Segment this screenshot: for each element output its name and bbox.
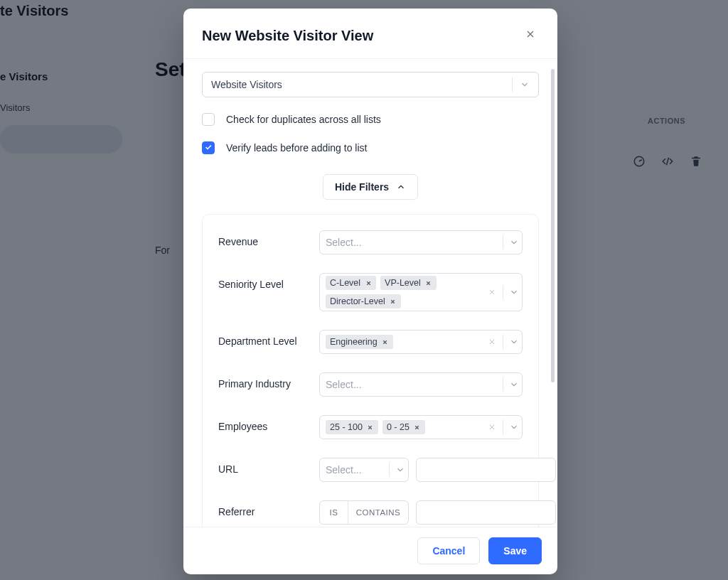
select-placeholder: Select... [326,461,383,478]
filter-label: Department Level [218,330,312,347]
tag: VP-Level [380,276,437,290]
primary-industry-select[interactable]: Select... [319,372,523,397]
chevron-down-icon [395,465,405,475]
tag-label: 25 - 100 [330,422,363,432]
cancel-button-label: Cancel [432,545,465,557]
segment-contains[interactable]: CONTAINS [348,501,408,524]
filter-label: Primary Industry [218,372,312,390]
divider [389,463,390,477]
tag: 0 - 25 [382,420,425,434]
referrer-value-input[interactable] [416,500,556,525]
tag-label: VP-Level [385,278,421,288]
filter-row-seniority: Seniority Level C-Level VP-Level Directo… [218,273,523,311]
filter-row-url: URL Select... [218,458,523,482]
filter-row-primary-industry: Primary Industry Select... [218,372,523,397]
tag: Director-Level [326,294,401,308]
filter-label: Referrer [218,500,312,517]
hide-filters-toggle[interactable]: Hide Filters [323,174,418,200]
tag-remove-icon[interactable] [365,279,372,286]
save-button[interactable]: Save [488,537,542,564]
revenue-select[interactable]: Select... [319,230,523,254]
modal-close-button[interactable] [522,27,539,44]
clear-all-icon[interactable] [487,287,497,297]
filter-label: Revenue [218,230,312,247]
divider [503,235,503,249]
close-icon [525,28,536,43]
divider [503,335,503,349]
checkbox-verify[interactable] [202,141,215,154]
tag-label: C-Level [330,278,360,288]
scrollbar-thumb[interactable] [551,69,555,382]
modal-scrollbar[interactable] [551,69,555,517]
new-view-modal: New Website Visitor View Website Visitor… [183,9,557,574]
modal-title: New Website Visitor View [202,28,373,44]
filter-row-revenue: Revenue Select... [218,230,523,254]
check-icon [204,142,213,154]
tag-label: Director-Level [330,296,385,306]
chevron-down-icon [509,237,519,247]
filter-row-department: Department Level Engineering [218,330,523,354]
tag-remove-icon[interactable] [367,424,374,431]
hide-filters-label: Hide Filters [335,181,389,193]
filter-label: Employees [218,415,312,432]
chevron-down-icon [509,337,519,347]
clear-all-icon[interactable] [487,422,497,432]
divider [512,77,513,92]
tag-label: 0 - 25 [387,422,410,432]
checkbox-verify-row: Verify leads before adding to list [202,141,539,154]
tag: C-Level [326,276,376,290]
tag: Engineering [326,335,393,349]
referrer-operator-segmented[interactable]: IS CONTAINS [319,500,409,525]
seniority-select[interactable]: C-Level VP-Level Director-Level [319,273,523,311]
list-select[interactable]: Website Visitors [202,72,539,97]
tag-list: C-Level VP-Level Director-Level [326,276,487,308]
divider [503,420,503,434]
checkbox-duplicates[interactable] [202,113,215,126]
checkbox-duplicates-label: Check for duplicates across all lists [226,114,381,125]
chevron-down-icon [509,287,519,297]
chevron-up-icon [396,182,406,192]
filter-label: Seniority Level [218,273,312,290]
modal-body: Website Visitors Check for duplicates ac… [183,59,557,527]
divider [503,285,503,299]
tag-label: Engineering [330,337,378,347]
filter-row-referrer: Referrer IS CONTAINS [218,500,523,525]
checkbox-duplicates-row: Check for duplicates across all lists [202,113,539,126]
tag-remove-icon[interactable] [414,424,421,431]
department-select[interactable]: Engineering [319,330,523,354]
save-button-label: Save [503,545,527,557]
chevron-down-icon [509,422,519,432]
employees-select[interactable]: 25 - 100 0 - 25 [319,415,523,439]
modal-footer: Cancel Save [183,527,557,574]
filter-label: URL [218,458,312,475]
chevron-down-icon [509,380,519,390]
select-placeholder: Select... [326,376,497,393]
tag-remove-icon[interactable] [382,338,389,345]
tag-remove-icon[interactable] [390,298,397,305]
tag-remove-icon[interactable] [425,279,432,286]
cancel-button[interactable]: Cancel [417,537,480,564]
tag: 25 - 100 [326,420,378,434]
modal-header: New Website Visitor View [183,9,557,59]
filter-row-employees: Employees 25 - 100 0 - 25 [218,415,523,439]
url-value-input[interactable] [416,458,556,482]
clear-all-icon[interactable] [487,337,497,347]
chevron-down-icon [520,80,530,90]
tag-list: 25 - 100 0 - 25 [326,420,487,434]
checkbox-verify-label: Verify leads before adding to list [226,142,367,154]
divider [503,377,503,392]
list-select-value: Website Visitors [211,79,282,90]
url-operator-select[interactable]: Select... [319,458,409,482]
segment-is[interactable]: IS [320,501,348,524]
filters-card: Revenue Select... Seniority Level C-Leve… [202,214,539,527]
select-placeholder: Select... [326,234,497,251]
tag-list: Engineering [326,335,487,349]
